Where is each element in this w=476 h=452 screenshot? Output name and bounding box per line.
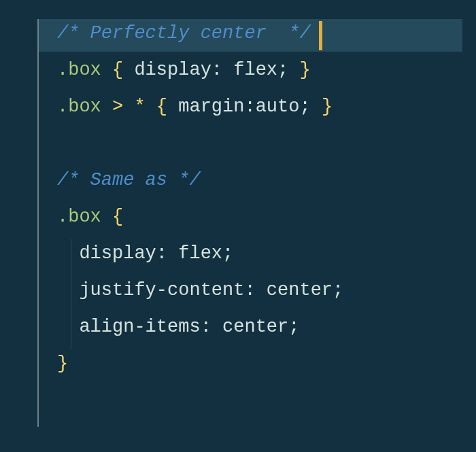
code-line[interactable]: justify-content: center; [0,272,476,309]
code-token: display [134,60,211,80]
code-line[interactable]: align-items: center; [0,309,476,345]
code-token: ; [333,280,343,300]
code-token: ; [277,60,288,80]
code-token: } [322,97,333,117]
code-line[interactable]: .box > * { margin:auto; } [0,88,476,125]
code-token: ; [288,317,299,337]
code-token [101,207,112,227]
code-token [256,280,267,300]
code-token: .box [57,97,101,117]
code-token: : [244,97,255,117]
code-token: } [57,353,68,374]
code-line[interactable]: .box { display: flex; } [0,52,476,88]
code-token: * [134,97,145,117]
code-token: align-items [79,317,200,337]
code-token [57,243,79,264]
code-token [288,60,299,80]
code-line[interactable]: /* Perfectly center */ [0,15,476,52]
code-token: flex [178,243,222,264]
code-token: .box [57,60,101,80]
code-line[interactable] [0,125,476,162]
code-token: { [156,97,167,117]
code-token [146,97,156,117]
indent-guide [71,239,71,349]
code-token: ; [222,243,233,264]
code-token: { [112,207,123,227]
code-editor[interactable]: /* Perfectly center */.box { display: fl… [0,0,476,452]
code-token: } [299,60,310,80]
code-line[interactable]: /* Same as */ [0,162,476,198]
code-token: display [79,243,156,264]
code-token: /* Same as */ [57,170,201,190]
code-token: : [156,243,167,264]
code-token: auto [256,97,300,117]
code-token [311,97,322,117]
code-token: : [201,317,211,337]
code-line[interactable]: display: flex; [0,235,476,272]
code-token [123,97,134,117]
code-token: center [267,280,333,300]
code-token [57,280,79,300]
code-token: > [112,97,123,117]
code-token [167,243,178,264]
code-line[interactable]: .box { [0,198,476,235]
code-area[interactable]: /* Perfectly center */.box { display: fl… [0,0,476,382]
code-token: /* Perfectly center */ [57,23,311,44]
code-token: : [211,60,222,80]
code-token [222,60,233,80]
code-token [57,317,79,337]
code-token: center [222,317,288,337]
code-token: ; [299,97,310,117]
code-token [123,60,134,80]
code-token: justify-content [79,280,244,300]
code-token [101,60,112,80]
code-token: : [244,280,255,300]
code-token: { [112,60,123,80]
code-token [211,317,222,337]
code-token: .box [57,207,101,227]
code-token [101,97,112,117]
code-token: margin [178,97,244,117]
code-token: flex [233,60,277,80]
code-token [167,97,178,117]
code-line[interactable]: } [0,345,476,382]
